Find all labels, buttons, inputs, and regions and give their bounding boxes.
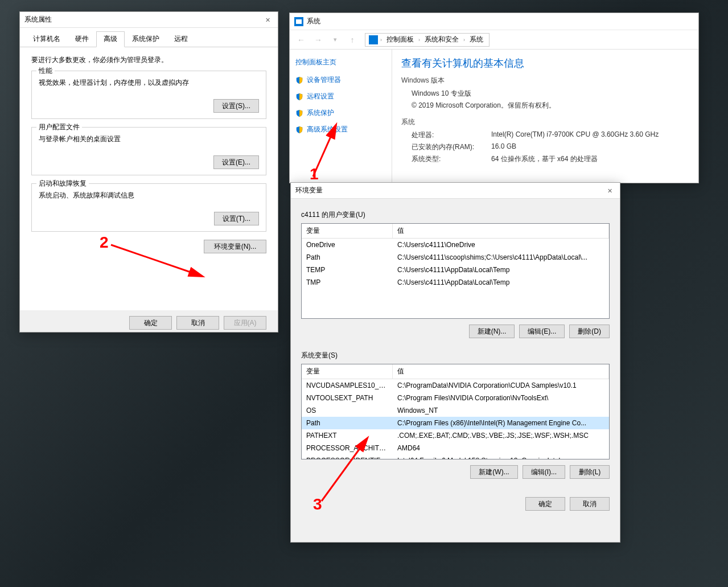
processor-value: Intel(R) Core(TM) i7-9700K CPU @ 3.60GHz… (491, 130, 659, 140)
sys-info-sidebar: 控制面板主页 设备管理器 远程设置 系统保护 高级系统设置 (290, 50, 392, 183)
table-row[interactable]: PROCESSOR_IDENTIFIERIntel64 Family 6 Mod… (302, 454, 609, 459)
back-icon[interactable]: ← (294, 33, 308, 47)
shield-icon (295, 76, 303, 84)
table-row[interactable]: OSWindows_NT (302, 404, 609, 417)
var-name: PATHEXT (302, 430, 393, 441)
var-value: C:\Program Files\NVIDIA Corporation\NvTo… (393, 393, 609, 403)
var-name: Path (302, 252, 393, 262)
user-profile-settings-button[interactable]: 设置(E)... (213, 155, 259, 169)
sys-info-main: 查看有关计算机的基本信息 Windows 版本 Windows 10 专业版 ©… (392, 50, 698, 183)
sidebar-heading[interactable]: 控制面板主页 (295, 58, 386, 67)
sidebar-device-manager[interactable]: 设备管理器 (295, 74, 386, 86)
system-path-icon (369, 35, 378, 44)
table-row[interactable]: TEMPC:\Users\c4111\AppData\Local\Temp (302, 264, 609, 276)
performance-desc: 视觉效果，处理器计划，内存使用，以及虚拟内存 (39, 78, 259, 88)
env-titlebar: 环境变量 (291, 183, 620, 199)
var-value: C:\Users\c4111\AppData\Local\Temp (393, 265, 609, 275)
var-name: TMP (302, 277, 393, 288)
env-ok-button[interactable]: 确定 (525, 497, 565, 511)
user-vars-table[interactable]: 变量 值 OneDriveC:\Users\c4111\OneDrivePath… (301, 223, 610, 319)
sys-edit-button[interactable]: 编辑(I)... (523, 465, 565, 479)
close-icon[interactable] (604, 185, 615, 196)
sys-props-content: 要进行大多数更改，你必须作为管理员登录。 性能 视觉效果，处理器计划，内存使用，… (20, 47, 278, 310)
admin-notice: 要进行大多数更改，你必须作为管理员登录。 (31, 55, 266, 65)
dropdown-icon[interactable]: ▾ (328, 33, 342, 47)
tab-hardware[interactable]: 硬件 (68, 31, 96, 47)
startup-group: 启动和故障恢复 系统启动、系统故障和调试信息 设置(T)... (31, 183, 266, 232)
table-row[interactable]: TMPC:\Users\c4111\AppData\Local\Temp (302, 276, 609, 289)
startup-title: 启动和故障恢复 (36, 179, 89, 188)
performance-settings-button[interactable]: 设置(S)... (213, 99, 259, 113)
user-delete-button[interactable]: 删除(D) (569, 325, 610, 338)
user-table-header-name[interactable]: 变量 (302, 224, 393, 238)
sys-info-titlebar: 系统 (290, 13, 698, 30)
shield-icon (295, 93, 303, 101)
performance-title: 性能 (36, 66, 55, 76)
copyright: © 2019 Microsoft Corporation。保留所有权利。 (412, 101, 556, 110)
user-edit-button[interactable]: 编辑(E)... (519, 325, 565, 338)
env-cancel-button[interactable]: 取消 (570, 497, 610, 511)
user-new-button[interactable]: 新建(N)... (469, 325, 515, 338)
environment-variables-dialog: 环境变量 c4111 的用户变量(U) 变量 值 OneDriveC:\User… (290, 182, 620, 543)
environment-variables-button[interactable]: 环境变量(N)... (204, 240, 266, 253)
var-name: PROCESSOR_ARCHITECT... (302, 443, 393, 453)
system-vars-label: 系统变量(S) (301, 351, 610, 360)
sidebar-remote-settings[interactable]: 远程设置 (295, 91, 386, 102)
tab-remote[interactable]: 远程 (167, 31, 195, 47)
table-row[interactable]: OneDriveC:\Users\c4111\OneDrive (302, 239, 609, 251)
user-profile-title: 用户配置文件 (36, 122, 82, 132)
tab-advanced[interactable]: 高级 (96, 31, 125, 47)
sys-props-title: 系统属性 (24, 15, 52, 24)
sys-new-button[interactable]: 新建(W)... (470, 465, 517, 479)
table-row[interactable]: NVTOOLSEXT_PATHC:\Program Files\NVIDIA C… (302, 392, 609, 404)
breadcrumb-system-security[interactable]: 系统和安全 (422, 35, 461, 44)
sys-props-titlebar: 系统属性 (20, 12, 278, 28)
breadcrumb[interactable]: › 控制面板 › 系统和安全 › 系统 (365, 33, 490, 47)
sidebar-item-label: 设备管理器 (307, 75, 341, 85)
table-row[interactable]: NVCUDASAMPLES10_1_R...C:\ProgramData\NVI… (302, 379, 609, 392)
table-row[interactable]: PROCESSOR_ARCHITECT...AMD64 (302, 442, 609, 454)
var-name: OneDrive (302, 240, 393, 250)
sys-table-header-name[interactable]: 变量 (302, 364, 393, 379)
var-value: C:\Users\c4111\OneDrive (393, 240, 609, 250)
user-table-header-value[interactable]: 值 (393, 224, 609, 238)
tab-computer-name[interactable]: 计算机名 (26, 31, 68, 47)
breadcrumb-control-panel[interactable]: 控制面板 (384, 35, 416, 44)
table-row[interactable]: PathC:\Users\c4111\scoop\shims;C:\Users\… (302, 251, 609, 264)
ok-button[interactable]: 确定 (129, 316, 172, 330)
shield-icon (295, 126, 303, 134)
var-value: Intel64 Family 6 Model 158 Stepping 13, … (393, 455, 609, 459)
env-title: 环境变量 (295, 186, 323, 195)
close-icon[interactable] (262, 14, 273, 26)
var-name: Path (302, 418, 393, 428)
apply-button[interactable]: 应用(A) (224, 316, 266, 330)
ram-value: 16.0 GB (491, 142, 516, 152)
table-row[interactable]: PathC:\Program Files (x86)\Intel\Intel(R… (302, 417, 609, 429)
sidebar-item-label: 远程设置 (307, 92, 334, 101)
breadcrumb-system[interactable]: 系统 (467, 35, 486, 44)
system-properties-dialog: 系统属性 计算机名 硬件 高级 系统保护 远程 要进行大多数更改，你必须作为管理… (19, 11, 278, 333)
tab-system-protection[interactable]: 系统保护 (125, 31, 167, 47)
var-value: C:\Users\c4111\scoop\shims;C:\Users\c411… (393, 252, 609, 262)
var-name: NVCUDASAMPLES10_1_R... (302, 380, 393, 391)
sidebar-item-label: 高级系统设置 (307, 125, 348, 134)
var-name: TEMP (302, 265, 393, 275)
table-row[interactable]: PATHEXT.COM;.EXE;.BAT;.CMD;.VBS;.VBE;.JS… (302, 429, 609, 442)
startup-settings-button[interactable]: 设置(T)... (214, 212, 259, 225)
sys-main-title: 查看有关计算机的基本信息 (401, 56, 689, 70)
var-value: Windows_NT (393, 405, 609, 416)
var-value: .COM;.EXE;.BAT;.CMD;.VBS;.VBE;.JS;.JSE;.… (393, 430, 609, 441)
sys-table-header-value[interactable]: 值 (393, 364, 609, 379)
forward-icon[interactable]: → (311, 33, 325, 47)
user-profile-desc: 与登录帐户相关的桌面设置 (39, 134, 259, 144)
processor-label: 处理器: (412, 130, 491, 140)
cancel-button[interactable]: 取消 (176, 316, 219, 330)
up-icon[interactable]: ↑ (346, 33, 359, 47)
sidebar-advanced-system-settings[interactable]: 高级系统设置 (295, 124, 386, 136)
system-vars-table[interactable]: 变量 值 NVCUDASAMPLES10_1_R...C:\ProgramDat… (301, 364, 610, 459)
sidebar-system-protection[interactable]: 系统保护 (295, 107, 386, 119)
var-name: NVTOOLSEXT_PATH (302, 393, 393, 403)
sys-info-title: 系统 (307, 17, 320, 26)
var-name: PROCESSOR_IDENTIFIER (302, 455, 393, 459)
sys-delete-button[interactable]: 删除(L) (570, 465, 610, 479)
